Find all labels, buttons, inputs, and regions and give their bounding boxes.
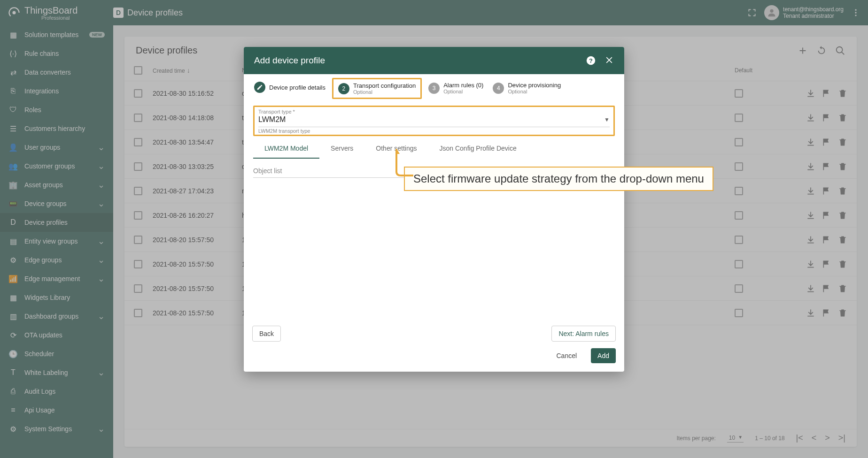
modal-overlay: Add device profile ? Device profile deta… (0, 0, 868, 458)
callout-annotation: Select firmware update strategy from the… (404, 167, 713, 191)
transport-type-highlight: Transport type * LWM2M ▼ LWM2M transport… (253, 106, 615, 136)
step-sub: Optional (353, 89, 416, 95)
callout-arrow (395, 148, 414, 176)
step-sub: Optional (443, 89, 483, 94)
step-circle (254, 82, 265, 93)
chevron-down-icon: ▼ (604, 116, 610, 123)
close-icon[interactable] (604, 55, 614, 66)
step-label: Alarm rules (0) (443, 82, 483, 89)
transport-type-label: Transport type * (258, 109, 610, 114)
modal-title: Add device profile (254, 55, 586, 66)
add-button[interactable]: Add (591, 348, 616, 363)
step-circle: 2 (338, 83, 349, 94)
step-sub: Optional (508, 89, 561, 94)
sub-tab-lwm2m-model[interactable]: LWM2M Model (253, 139, 319, 159)
next-button[interactable]: Next: Alarm rules (551, 326, 616, 342)
svg-marker-7 (395, 148, 400, 154)
step-2[interactable]: 2 Transport configuration Optional (332, 78, 422, 99)
cancel-button[interactable]: Cancel (550, 348, 583, 363)
step-label: Device profile details (269, 84, 326, 91)
step-3[interactable]: 3 Alarm rules (0) Optional (426, 80, 486, 96)
transport-type-hint: LWM2M transport type (258, 128, 610, 134)
svg-text:?: ? (589, 57, 593, 64)
sub-tabs: LWM2M ModelServersOther settingsJson Con… (253, 139, 615, 159)
help-icon[interactable]: ? (586, 55, 596, 66)
step-label: Transport configuration (353, 82, 416, 89)
sub-tab-servers[interactable]: Servers (319, 139, 364, 159)
sub-tab-json-config-profile-device[interactable]: Json Config Profile Device (428, 139, 527, 159)
step-4[interactable]: 4 Device provisioning Optional (490, 80, 564, 96)
back-button[interactable]: Back (252, 326, 281, 342)
step-label: Device provisioning (508, 82, 561, 89)
step-circle: 4 (493, 83, 504, 94)
step-circle: 3 (428, 83, 440, 94)
step-1[interactable]: Device profile details (251, 80, 328, 95)
transport-type-select[interactable]: LWM2M ▼ (258, 114, 610, 127)
add-device-profile-modal: Add device profile ? Device profile deta… (244, 47, 624, 372)
stepper: Device profile details 2 Transport confi… (244, 74, 624, 104)
